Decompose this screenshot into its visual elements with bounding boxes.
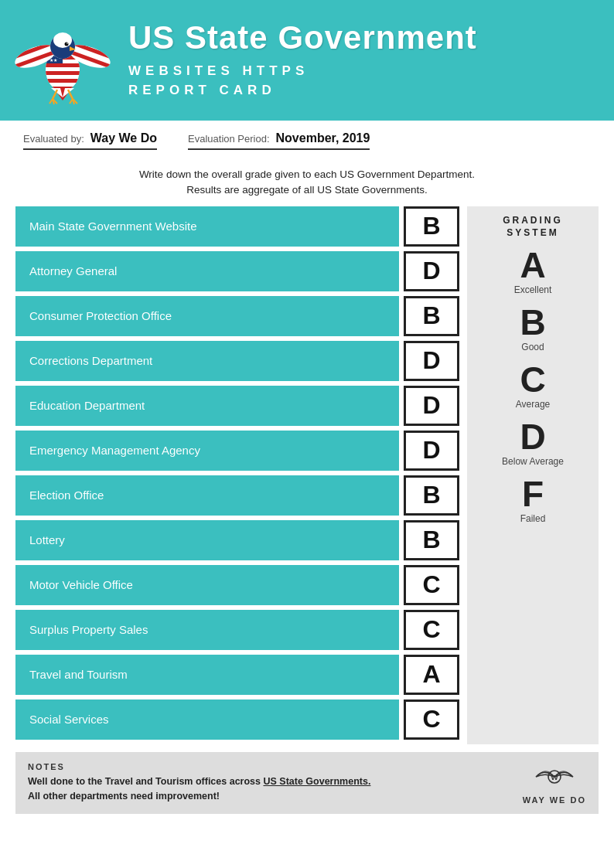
grading-entry-letter: F [522,476,544,512]
table-row: Motor Vehicle OfficeC [15,565,459,605]
table-row: Attorney GeneralD [15,251,459,291]
grading-entry-description: Average [516,399,550,410]
evaluated-by-value: Way We Do [90,131,157,145]
grading-entry-description: Failed [520,513,546,524]
table-row: Surplus Property SalesC [15,610,459,650]
header-text-block: US State Government WEBSITES HTTPS REPOR… [128,20,477,100]
notes-label: NOTES [28,762,507,771]
grade-letter: C [422,615,440,644]
grade-box: D [404,431,459,471]
grading-entry-letter: B [520,305,545,340]
evaluation-period-label: Evaluation Period: [188,133,270,145]
department-name: Attorney General [15,251,399,291]
grade-box: A [404,655,459,695]
grading-entry-letter: C [520,362,545,397]
grade-box: D [404,341,459,381]
department-name: Social Services [15,700,399,740]
department-name: Motor Vehicle Office [15,565,399,605]
grading-system-title: GRADINGSYSTEM [503,214,563,240]
table-row: Election OfficeB [15,475,459,516]
grade-box: B [404,296,459,336]
grade-box: B [404,206,459,247]
svg-text:W: W [551,773,558,781]
grading-entry-description: Below Average [502,456,564,467]
page-header: ★★★ ★★ [0,0,614,121]
department-name: Emergency Management Agency [15,431,399,471]
table-row: Consumer Protection OfficeB [15,296,459,336]
department-name: Election Office [15,475,399,516]
grading-system-panel: GRADINGSYSTEM AExcellentBGoodCAverageDBe… [467,206,599,744]
grade-box: C [404,700,459,740]
table-row: LotteryB [15,520,459,560]
main-content: Main State Government WebsiteBAttorney G… [0,206,614,744]
grade-letter: B [422,212,440,240]
department-name: Travel and Tourism [15,655,399,695]
table-row: Education DepartmentD [15,386,459,426]
grade-box: D [404,251,459,291]
evaluation-period-value: November, 2019 [276,131,370,145]
grade-box: C [404,610,459,650]
grade-letter: D [422,257,440,285]
notes-content: NOTES Well done to the Travel and Touris… [28,762,507,804]
grade-letter: B [422,481,440,509]
grading-entry: CAverage [516,362,550,410]
grade-letter: D [422,436,440,465]
grade-letter: B [422,301,440,330]
grade-box: B [404,475,459,516]
grading-entry: DBelow Average [502,419,564,467]
evaluated-by: Evaluated by: Way We Do [23,131,157,150]
department-name: Consumer Protection Office [15,296,399,336]
grade-box: B [404,520,459,560]
table-row: Corrections DepartmentD [15,341,459,381]
evaluation-period: Evaluation Period: November, 2019 [188,131,370,150]
grade-table: Main State Government WebsiteBAttorney G… [15,206,459,744]
table-row: Social ServicesC [15,700,459,740]
table-row: Travel and TourismA [15,655,459,695]
grading-entry-description: Good [521,342,544,352]
table-row: Emergency Management AgencyD [15,431,459,471]
grade-letter: D [422,346,440,375]
department-name: Lottery [15,520,399,560]
svg-rect-7 [46,79,80,83]
logo-area: W WAY WE DO [523,761,586,805]
grade-letter: D [422,391,440,420]
grade-letter: B [422,526,440,554]
grade-letter: C [422,705,440,734]
grading-entry-description: Excellent [514,284,552,295]
grade-letter: C [422,570,440,599]
grading-entry-letter: D [520,419,545,454]
logo-text: WAY WE DO [523,795,586,805]
department-name: Corrections Department [15,341,399,381]
grading-entry: AExcellent [514,247,552,295]
grade-box: D [404,386,459,426]
meta-row: Evaluated by: Way We Do Evaluation Perio… [0,121,614,156]
department-name: Main State Government Website [15,206,399,247]
svg-point-28 [67,43,68,44]
svg-rect-6 [46,71,80,75]
page-subtitle: WEBSITES HTTPS REPORT CARD [128,61,309,100]
grading-entry-letter: A [520,247,545,283]
notes-footer: NOTES Well done to the Travel and Touris… [15,752,599,814]
grade-box: C [404,565,459,605]
svg-rect-5 [46,63,80,67]
description-block: Write down the overall grade given to ea… [0,156,614,206]
department-name: Surplus Property Sales [15,610,399,650]
grade-letter: A [422,660,440,689]
page-title: US State Government [128,20,477,56]
table-row: Main State Government WebsiteB [15,206,459,247]
notes-text: Well done to the Travel and Tourism offi… [28,774,507,804]
grading-entry: FFailed [520,476,546,524]
svg-point-27 [65,43,69,46]
way-we-do-logo-icon: W [531,761,578,792]
grading-entry: BGood [520,305,545,352]
evaluated-by-label: Evaluated by: [23,133,84,145]
department-name: Education Department [15,386,399,426]
eagle-icon: ★★★ ★★ [12,14,113,107]
svg-point-26 [53,32,72,48]
